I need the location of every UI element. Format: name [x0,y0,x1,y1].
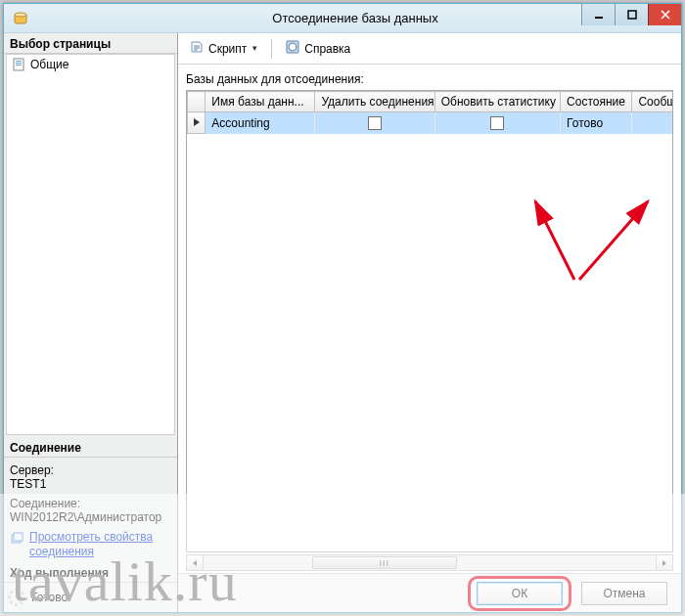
page-general[interactable]: Общие [11,57,170,72]
scrollbar-track[interactable]: III [204,555,656,570]
row-selector[interactable] [188,112,206,134]
connection-props-icon [10,530,25,549]
svg-rect-11 [14,533,23,541]
svg-rect-2 [595,17,603,19]
execution-status: Готово [31,591,68,604]
dialog-window: Отсоединение базы данных Выбор страницы … [3,3,682,613]
connection-label: Соединение: [10,497,171,510]
help-button[interactable]: Справка [280,36,355,61]
left-pane: Выбор страницы Общие Соединение Сервер: … [4,33,178,612]
server-value: TEST1 [10,477,171,491]
main-area: Базы данных для отсоединения: Имя базы д… [178,65,681,573]
cancel-button[interactable]: Отмена [581,582,667,605]
drop-connections-checkbox[interactable] [368,116,382,130]
ok-button[interactable]: ОК [477,582,563,605]
grid-corner [188,92,206,112]
app-icon [12,10,29,27]
cell-update-statistics [434,112,560,134]
dialog-footer: ОК Отмена [178,573,681,612]
cell-db-name: Accounting [206,112,315,134]
maximize-button[interactable] [615,4,648,25]
table-row[interactable]: Accounting Готово [188,112,673,134]
cell-state: Готово [561,112,632,134]
help-icon [285,39,300,58]
help-label: Справка [304,42,350,56]
execution-header: Ход выполнения [4,562,177,583]
execution-status-row: Готово [4,583,177,612]
script-label: Скрипт [208,42,247,56]
grid-label: Базы данных для отсоединения: [186,72,673,86]
window-buttons [581,4,681,25]
col-state[interactable]: Состояние [561,92,632,112]
horizontal-scrollbar[interactable]: III [186,554,673,571]
scrollbar-thumb[interactable]: III [312,556,457,569]
databases-grid: Имя базы данн... Удалить соединения Обно… [186,90,673,552]
toolbar: Скрипт ▼ Справка [178,33,681,65]
page-select-header: Выбор страницы [4,33,177,54]
cell-message [632,112,672,134]
titlebar[interactable]: Отсоединение базы данных [4,4,681,33]
right-pane: Скрипт ▼ Справка Базы данных для отсоеди… [178,33,681,612]
dropdown-arrow-icon: ▼ [251,44,258,53]
dialog-body: Выбор страницы Общие Соединение Сервер: … [4,33,681,612]
grid-header-row: Имя базы данн... Удалить соединения Обно… [188,92,673,112]
svg-point-1 [15,13,26,17]
scroll-right-button[interactable] [656,555,672,570]
cell-drop-connections [315,112,434,134]
connection-header: Соединение [4,437,177,458]
page-general-label: Общие [30,58,68,71]
col-drop-connections[interactable]: Удалить соединения [315,92,434,112]
col-update-statistics[interactable]: Обновить статистику [434,92,560,112]
scroll-left-button[interactable] [187,555,204,570]
toolbar-separator [271,39,272,59]
svg-rect-3 [628,11,636,19]
ok-highlight-ring: ОК [468,576,571,611]
svg-rect-9 [16,65,22,66]
view-connection-props-link[interactable]: Просмотреть свойства соединения [29,530,171,558]
script-button[interactable]: Скрипт ▼ [184,36,263,61]
page-icon [13,58,26,71]
svg-rect-8 [16,63,22,64]
script-icon [189,39,205,58]
minimize-button[interactable] [581,4,615,25]
col-db-name[interactable]: Имя базы данн... [206,92,315,112]
col-message[interactable]: Сообщение [632,92,672,112]
svg-rect-7 [16,61,22,62]
connection-section: Сервер: TEST1 Соединение: WIN2012R2\Адми… [4,458,177,562]
connection-value: WIN2012R2\Администратор [10,510,171,524]
update-statistics-checkbox[interactable] [490,116,504,130]
progress-spinner-icon [8,589,25,606]
server-label: Сервер: [10,463,171,477]
page-list: Общие [6,54,175,435]
svg-point-13 [289,43,297,51]
close-button[interactable] [648,4,681,25]
